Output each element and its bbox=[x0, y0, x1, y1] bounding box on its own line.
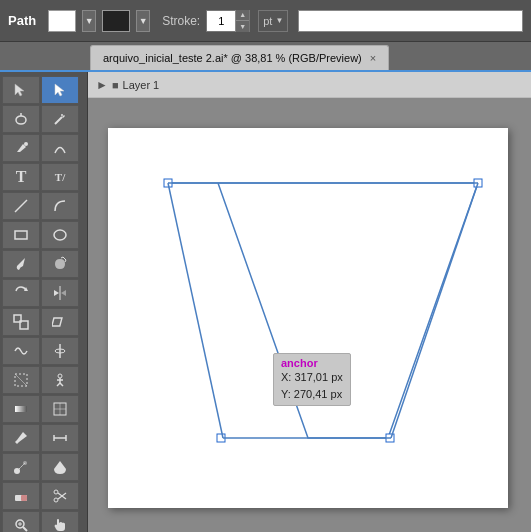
tool-row-14 bbox=[2, 453, 85, 481]
svg-line-29 bbox=[17, 463, 25, 471]
curvature-tool[interactable] bbox=[41, 134, 79, 162]
selection-tool[interactable] bbox=[2, 76, 40, 104]
tool-row-4: T T/ bbox=[2, 163, 85, 191]
canvas-area: ► ■ Layer 1 bbox=[88, 72, 531, 532]
tool-row-15 bbox=[2, 482, 85, 510]
lasso-tool[interactable] bbox=[2, 105, 40, 133]
stroke-swatch[interactable] bbox=[102, 10, 130, 32]
tool-row-10 bbox=[2, 337, 85, 365]
stroke-label: Stroke: bbox=[162, 14, 200, 28]
extra-field bbox=[298, 10, 523, 32]
tab-title: arquivo_inicial_teste 2.ai* @ 38,81 % (R… bbox=[103, 52, 362, 64]
tool-row-13 bbox=[2, 424, 85, 452]
breadcrumb: ► ■ Layer 1 bbox=[88, 72, 531, 98]
layer-name: Layer 1 bbox=[123, 79, 160, 91]
rectangle-tool[interactable] bbox=[2, 221, 40, 249]
stroke-unit-dropdown[interactable]: pt ▼ bbox=[258, 10, 288, 32]
tool-row-9 bbox=[2, 308, 85, 336]
path-label: Path bbox=[8, 13, 36, 28]
tooltip-box: anchor X: 317,01 px Y: 270,41 px bbox=[273, 353, 351, 406]
svg-rect-31 bbox=[21, 495, 27, 501]
svg-point-33 bbox=[54, 498, 58, 502]
tool-row-8 bbox=[2, 279, 85, 307]
svg-point-0 bbox=[16, 116, 26, 124]
svg-line-37 bbox=[23, 527, 27, 531]
main-area: T T/ bbox=[0, 72, 531, 532]
svg-line-14 bbox=[15, 374, 27, 386]
stroke-dropdown[interactable]: ▼ bbox=[136, 10, 150, 32]
direct-selection-tool[interactable] bbox=[41, 76, 79, 104]
anchor-label: anchor bbox=[281, 357, 343, 369]
svg-line-3 bbox=[15, 200, 27, 212]
fill-swatch[interactable] bbox=[48, 10, 76, 32]
canvas[interactable]: anchor X: 317,01 px Y: 270,41 px bbox=[88, 98, 531, 532]
document-tab[interactable]: arquivo_inicial_teste 2.ai* @ 38,81 % (R… bbox=[90, 45, 389, 70]
blob-brush-tool[interactable] bbox=[41, 250, 79, 278]
x-coord: X: 317,01 px bbox=[281, 369, 343, 386]
tool-row-5 bbox=[2, 192, 85, 220]
measure-tool[interactable] bbox=[41, 424, 79, 452]
tool-row-6 bbox=[2, 221, 85, 249]
stroke-spinners: ▲ ▼ bbox=[235, 10, 249, 32]
shear-tool[interactable] bbox=[41, 308, 79, 336]
svg-point-2 bbox=[24, 142, 28, 146]
blend-tool[interactable] bbox=[2, 453, 40, 481]
tool-row-12 bbox=[2, 395, 85, 423]
reflect-tool[interactable] bbox=[41, 279, 79, 307]
line-segment-tool[interactable] bbox=[2, 192, 40, 220]
svg-rect-10 bbox=[52, 318, 62, 326]
warp-tool[interactable] bbox=[2, 337, 40, 365]
hand-tool[interactable] bbox=[41, 511, 79, 532]
pen-tool[interactable] bbox=[2, 134, 40, 162]
tool-row-1 bbox=[2, 76, 85, 104]
puppet-warp-tool[interactable] bbox=[41, 366, 79, 394]
touch-type-tool[interactable]: T/ bbox=[41, 163, 79, 191]
gradient-tool[interactable] bbox=[2, 395, 40, 423]
free-transform-tool[interactable] bbox=[2, 366, 40, 394]
artboard bbox=[108, 128, 508, 508]
svg-rect-4 bbox=[15, 231, 27, 239]
type-tool[interactable]: T bbox=[2, 163, 40, 191]
y-coord: Y: 270,41 px bbox=[281, 386, 343, 403]
tool-row-2 bbox=[2, 105, 85, 133]
scale-tool[interactable] bbox=[2, 308, 40, 336]
stroke-down-button[interactable]: ▼ bbox=[236, 21, 249, 32]
zoom-tool[interactable] bbox=[2, 511, 40, 532]
tab-bar: arquivo_inicial_teste 2.ai* @ 38,81 % (R… bbox=[0, 42, 531, 72]
arc-tool[interactable] bbox=[41, 192, 79, 220]
left-toolbar: T T/ bbox=[0, 72, 88, 532]
stroke-control: ▲ ▼ bbox=[206, 10, 250, 32]
tool-row-11 bbox=[2, 366, 85, 394]
rotate-tool[interactable] bbox=[2, 279, 40, 307]
anchor-tooltip: anchor X: 317,01 px Y: 270,41 px bbox=[273, 353, 351, 406]
magic-wand-tool[interactable] bbox=[41, 105, 79, 133]
paintbrush-tool[interactable] bbox=[2, 250, 40, 278]
svg-point-1 bbox=[61, 114, 63, 116]
tool-row-7 bbox=[2, 250, 85, 278]
mesh-tool[interactable] bbox=[41, 395, 79, 423]
top-toolbar: Path ▼ ▼ Stroke: ▲ ▼ pt ▼ bbox=[0, 0, 531, 42]
svg-line-19 bbox=[60, 383, 63, 386]
breadcrumb-arrow-icon: ► bbox=[96, 78, 108, 92]
eraser-tool[interactable] bbox=[2, 482, 40, 510]
tab-close-button[interactable]: × bbox=[370, 52, 376, 64]
svg-point-5 bbox=[54, 230, 66, 240]
eyedropper-tool[interactable] bbox=[2, 424, 40, 452]
tool-row-3 bbox=[2, 134, 85, 162]
layer-icon: ■ bbox=[112, 79, 119, 91]
live-paint-bucket-tool[interactable] bbox=[41, 453, 79, 481]
width-tool[interactable] bbox=[41, 337, 79, 365]
stroke-input[interactable] bbox=[207, 11, 235, 31]
fill-dropdown[interactable]: ▼ bbox=[82, 10, 96, 32]
svg-rect-20 bbox=[15, 406, 27, 412]
scissors-tool[interactable] bbox=[41, 482, 79, 510]
svg-point-15 bbox=[58, 374, 62, 378]
tool-row-16 bbox=[2, 511, 85, 532]
ellipse-tool[interactable] bbox=[41, 221, 79, 249]
svg-point-32 bbox=[54, 490, 58, 494]
stroke-up-button[interactable]: ▲ bbox=[236, 10, 249, 22]
